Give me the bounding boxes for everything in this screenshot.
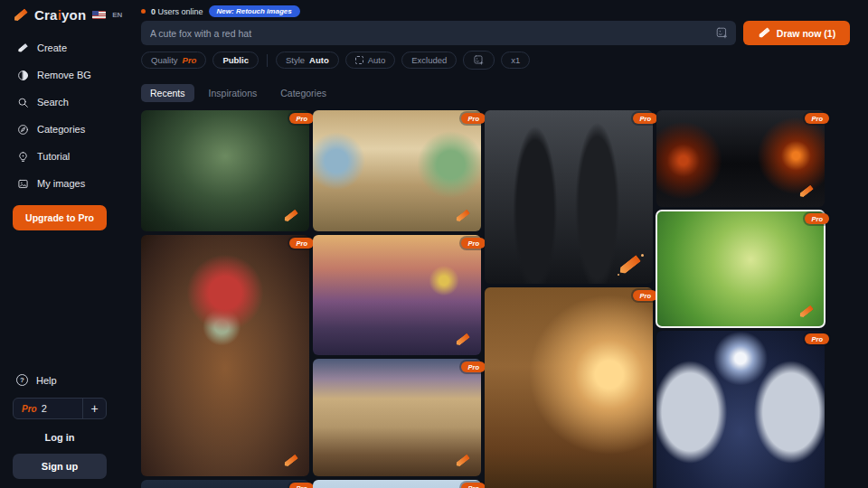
- sidebar-item-label: Categories: [37, 124, 85, 135]
- sidebar-item-create[interactable]: Create: [13, 37, 134, 59]
- gallery-column-1: ProProPro: [141, 110, 309, 488]
- gallery-image-owl[interactable]: Pro: [656, 331, 825, 488]
- upgrade-to-pro-button[interactable]: Upgrade to Pro: [13, 205, 107, 230]
- pro-badge: Pro: [461, 113, 486, 124]
- gallery-image-agents[interactable]: Pro: [485, 110, 653, 284]
- tab-inspirations[interactable]: Inspirations: [200, 84, 267, 102]
- pro-badge: Pro: [289, 483, 314, 488]
- batch-count-option[interactable]: x1: [501, 52, 530, 69]
- crayon-logo-icon: [13, 8, 28, 23]
- credits-count: 2: [42, 403, 47, 414]
- users-online: 0 Users online: [151, 7, 203, 16]
- sidebar: Craiyon EN Create Remove BG Search Categ…: [0, 0, 134, 488]
- sidebar-item-categories[interactable]: Categories: [13, 118, 134, 140]
- edit-crayon-icon[interactable]: [283, 209, 301, 223]
- add-image-icon[interactable]: [715, 26, 729, 40]
- add-credits-button[interactable]: +: [82, 399, 106, 418]
- question-mark-icon: ?: [16, 374, 28, 386]
- pro-badge: Pro: [289, 113, 314, 124]
- marquee-icon: [355, 56, 363, 64]
- pro-badge: Pro: [633, 290, 657, 301]
- sidebar-item-label: Remove BG: [37, 70, 91, 80]
- edit-crayon-icon[interactable]: [283, 454, 301, 468]
- pro-badge: Pro: [805, 333, 829, 344]
- sidebar-item-label: Tutorial: [37, 151, 70, 162]
- pro-credits-value: Pro 2: [14, 399, 82, 418]
- image-gallery: ProProPro ProProProPro ProPro ProProPro: [141, 110, 850, 488]
- tab-categories[interactable]: Categories: [271, 84, 335, 102]
- quality-option[interactable]: Quality Pro: [141, 52, 206, 69]
- reference-image-option[interactable]: [463, 51, 495, 70]
- main-content: 0 Users online New: Retouch images Draw …: [134, 0, 868, 488]
- pro-badge: Pro: [805, 213, 829, 224]
- sidebar-item-label: My images: [37, 178, 85, 189]
- pro-word: Pro: [22, 404, 37, 414]
- sidebar-item-label: Search: [37, 97, 69, 108]
- help-label: Help: [36, 375, 57, 386]
- prompt-row: Draw now (1): [141, 21, 850, 45]
- half-circle-icon: [16, 69, 29, 81]
- prompt-wrap: [141, 21, 736, 45]
- gallery-image-dora[interactable]: Pro: [656, 211, 825, 327]
- sidebar-item-remove-bg[interactable]: Remove BG: [13, 64, 134, 86]
- sign-up-button[interactable]: Sign up: [13, 454, 107, 479]
- visibility-option[interactable]: Public: [212, 52, 259, 69]
- online-dot-icon: [141, 9, 146, 14]
- pro-badge: Pro: [805, 113, 829, 124]
- image-icon: [16, 177, 29, 190]
- edit-crayon-icon[interactable]: [455, 454, 473, 468]
- us-flag-icon[interactable]: [92, 11, 106, 19]
- search-icon: [16, 96, 29, 108]
- excluded-option[interactable]: Excluded: [401, 52, 457, 69]
- gallery-image-colosseum[interactable]: Pro: [313, 359, 481, 476]
- edit-crayon-icon[interactable]: [618, 254, 645, 276]
- gallery-image-predator[interactable]: Pro: [141, 110, 309, 231]
- sidebar-spacer: [13, 230, 134, 371]
- status-bar: 0 Users online New: Retouch images: [141, 5, 850, 17]
- crayon-icon: [16, 42, 29, 54]
- image-add-icon: [473, 54, 485, 66]
- gallery-column-2: ProProProPro: [313, 110, 481, 488]
- gallery-column-4: ProProPro: [656, 110, 825, 488]
- gallery-image-skypartial[interactable]: Pro: [313, 480, 481, 488]
- gallery-image-nightroad[interactable]: Pro: [141, 480, 309, 488]
- help-button[interactable]: ? Help: [13, 371, 134, 389]
- pro-credits-counter: Pro 2 +: [13, 398, 107, 419]
- sidebar-item-my-images[interactable]: My images: [13, 173, 134, 194]
- generation-options: Quality Pro Public Style Auto Auto Exclu…: [141, 52, 850, 69]
- aspect-ratio-option[interactable]: Auto: [345, 52, 396, 69]
- tab-recents[interactable]: Recents: [141, 84, 194, 102]
- pro-badge: Pro: [289, 238, 314, 249]
- pro-badge: Pro: [461, 361, 486, 372]
- sidebar-item-label: Create: [37, 42, 67, 53]
- style-option[interactable]: Style Auto: [276, 52, 339, 69]
- log-in-link[interactable]: Log in: [13, 432, 107, 443]
- gallery-column-3: ProPro: [485, 110, 653, 488]
- pro-badge: Pro: [461, 238, 486, 249]
- language-label[interactable]: EN: [112, 11, 122, 19]
- brand-name: Craiyon: [34, 7, 86, 23]
- draw-now-label: Draw now (1): [777, 28, 835, 39]
- edit-crayon-icon[interactable]: [798, 305, 816, 319]
- crayon-icon: [758, 27, 770, 39]
- sidebar-item-search[interactable]: Search: [13, 91, 134, 113]
- pro-badge: Pro: [461, 483, 486, 488]
- prompt-input[interactable]: [141, 21, 736, 45]
- gallery-tabs: Recents Inspirations Categories: [141, 84, 850, 102]
- edit-crayon-icon[interactable]: [798, 184, 816, 199]
- gallery-image-wooddining[interactable]: Pro: [485, 287, 653, 488]
- gallery-image-city[interactable]: Pro: [313, 235, 481, 355]
- draw-now-button[interactable]: Draw now (1): [743, 21, 850, 45]
- retouch-badge[interactable]: New: Retouch images: [209, 5, 300, 17]
- pro-badge: Pro: [633, 113, 657, 124]
- app-window: Craiyon EN Create Remove BG Search Categ…: [0, 0, 868, 488]
- divider: [267, 54, 268, 67]
- gallery-image-robotgirl[interactable]: Pro: [141, 235, 309, 476]
- edit-crayon-icon[interactable]: [455, 209, 473, 223]
- logo[interactable]: Craiyon EN: [13, 7, 134, 23]
- edit-crayon-icon[interactable]: [455, 333, 473, 347]
- sidebar-nav: Create Remove BG Search Categories Tutor…: [13, 37, 134, 194]
- gallery-image-creature[interactable]: Pro: [656, 110, 825, 207]
- sidebar-item-tutorial[interactable]: Tutorial: [13, 145, 134, 167]
- gallery-image-tropical[interactable]: Pro: [313, 110, 481, 231]
